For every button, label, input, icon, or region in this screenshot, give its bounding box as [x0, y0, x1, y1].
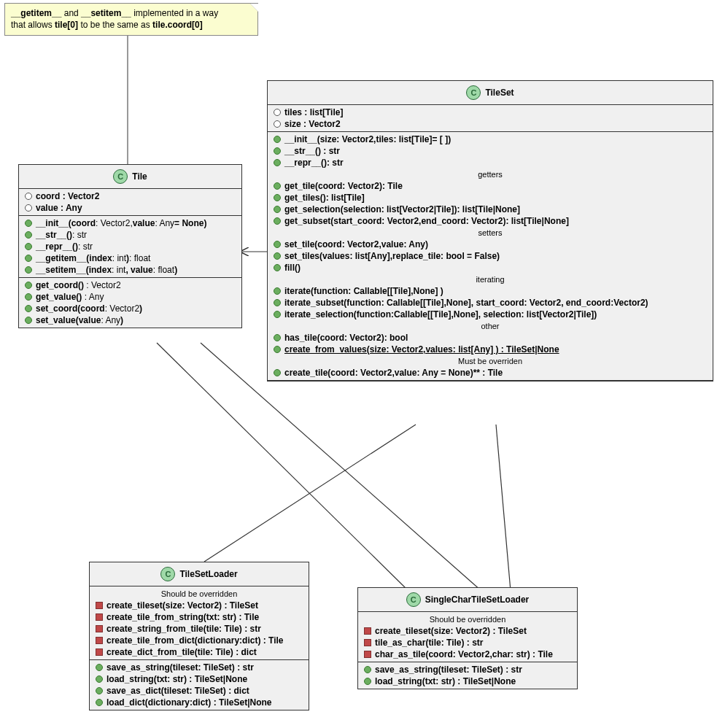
vis-public-icon	[25, 193, 32, 200]
single-override: Should be overridden create_tileset(size…	[358, 612, 577, 662]
class-tileset-name: TileSet	[485, 88, 513, 98]
class-loader-header: C TileSetLoader	[90, 562, 309, 586]
single-methods: save_as_string(tileset: TileSet) : str l…	[358, 662, 577, 689]
tile-methods-accessors: get_coord() : Vector2 get_value() : Any …	[19, 278, 241, 328]
vis-method-icon	[25, 293, 32, 301]
vis-method-icon	[274, 334, 281, 341]
class-icon: C	[406, 592, 421, 607]
vis-method-icon	[25, 266, 32, 274]
section-label-override: Should be overridden	[96, 589, 303, 598]
svg-line-4	[204, 425, 416, 562]
class-icon: C	[113, 169, 128, 184]
vis-method-icon	[274, 369, 281, 376]
vis-method-icon	[96, 687, 103, 694]
class-single-name: SingleCharTileSetLoader	[425, 595, 529, 605]
vis-method-icon	[96, 699, 103, 706]
section-label-override: Should be overridden	[364, 615, 571, 624]
svg-line-5	[496, 425, 511, 591]
class-tileset: C TileSet tiles : list[Tile] size : Vect…	[267, 80, 713, 382]
vis-method-icon	[25, 243, 32, 250]
vis-method-icon	[274, 147, 281, 155]
vis-method-icon	[96, 664, 103, 671]
vis-method-icon	[274, 311, 281, 318]
vis-method-icon	[274, 194, 281, 201]
vis-method-icon	[274, 287, 281, 295]
vis-method-icon	[274, 346, 281, 353]
vis-method-icon	[274, 252, 281, 260]
class-tile-name: Tile	[132, 171, 147, 182]
vis-method-icon	[274, 217, 281, 225]
vis-method-icon	[96, 675, 103, 683]
class-icon: C	[160, 567, 175, 581]
section-label-other: other	[274, 322, 707, 330]
class-tilesetloader: C TileSetLoader Should be overridden cre…	[89, 562, 309, 710]
tile-attrs: coord : Vector2 value : Any	[19, 189, 241, 216]
vis-method-icon	[364, 666, 371, 673]
class-tile-header: C Tile	[19, 165, 241, 189]
note-getitem: __getitem__ and __setitem__ implemented …	[4, 3, 258, 36]
section-label-iterating: iterating	[274, 275, 707, 284]
vis-method-icon	[274, 299, 281, 306]
vis-method-icon	[274, 264, 281, 271]
vis-private-icon	[364, 639, 371, 646]
vis-private-icon	[364, 627, 371, 635]
vis-method-icon	[274, 136, 281, 143]
vis-method-icon	[25, 255, 32, 262]
section-label-getters: getters	[274, 170, 707, 179]
vis-private-icon	[96, 602, 103, 609]
vis-private-icon	[96, 648, 103, 656]
vis-private-icon	[96, 613, 103, 621]
vis-method-icon	[25, 317, 32, 324]
class-tileset-header: C TileSet	[268, 81, 713, 105]
class-icon: C	[466, 85, 481, 100]
section-label-setters: setters	[274, 228, 707, 237]
class-singlechar: C SingleCharTileSetLoader Should be over…	[357, 587, 578, 689]
vis-method-icon	[364, 678, 371, 685]
tileset-methods: __init__(size: Vector2,tiles: list[Tile]…	[268, 132, 713, 381]
vis-public-icon	[274, 120, 281, 128]
class-single-header: C SingleCharTileSetLoader	[358, 588, 577, 612]
vis-private-icon	[96, 637, 103, 644]
vis-method-icon	[25, 220, 32, 227]
note-fold-icon	[249, 3, 258, 12]
vis-method-icon	[274, 206, 281, 213]
vis-method-icon	[25, 305, 32, 312]
class-tile: C Tile coord : Vector2 value : Any __ini…	[18, 164, 242, 328]
vis-method-icon	[274, 241, 281, 248]
vis-method-icon	[25, 231, 32, 239]
tile-methods-dunder: __init__(coord: Vector2,value: Any= None…	[19, 216, 241, 278]
loader-override: Should be overridden create_tileset(size…	[90, 586, 309, 660]
vis-private-icon	[96, 625, 103, 632]
vis-method-icon	[25, 282, 32, 289]
class-loader-name: TileSetLoader	[179, 569, 237, 579]
vis-private-icon	[364, 651, 371, 658]
vis-public-icon	[25, 204, 32, 212]
loader-methods: save_as_string(tileset: TileSet) : str l…	[90, 660, 309, 710]
vis-public-icon	[274, 109, 281, 116]
vis-method-icon	[274, 159, 281, 166]
section-label-override: Must be overriden	[274, 357, 707, 365]
tileset-attrs: tiles : list[Tile] size : Vector2	[268, 105, 713, 132]
vis-method-icon	[274, 182, 281, 190]
